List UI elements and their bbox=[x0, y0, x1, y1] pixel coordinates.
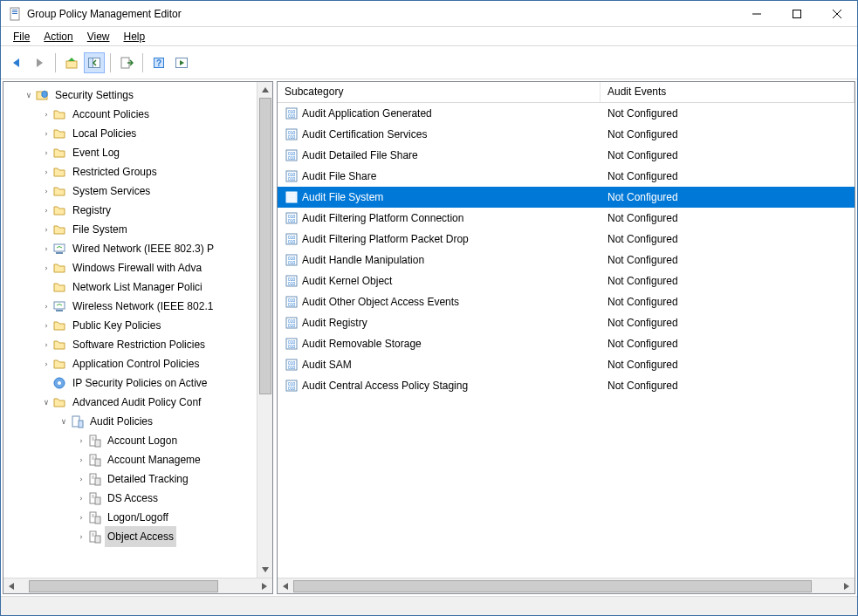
toolbar-run-button[interactable] bbox=[171, 52, 192, 73]
chevron-right-icon[interactable]: › bbox=[40, 354, 52, 373]
list-row[interactable]: 010010Audit RegistryNot Configured bbox=[278, 312, 855, 333]
tree-item[interactable]: ›Public Key Policies bbox=[5, 316, 257, 335]
list-rows[interactable]: 010010Audit Application GeneratedNot Con… bbox=[278, 103, 855, 578]
tree-item[interactable]: ›Account Manageme bbox=[5, 450, 257, 469]
tree-item[interactable]: ›DS Access bbox=[5, 489, 257, 508]
maximize-button[interactable] bbox=[777, 1, 817, 27]
tree-item[interactable]: ∨Audit Policies bbox=[5, 412, 257, 431]
list-row[interactable]: 010010Audit Handle ManipulationNot Confi… bbox=[278, 250, 855, 270]
toolbar-help-button[interactable]: ? bbox=[148, 52, 169, 73]
tree-item[interactable]: ›Local Policies bbox=[5, 124, 257, 143]
chevron-right-icon[interactable]: › bbox=[40, 220, 52, 239]
chevron-down-icon[interactable]: ∨ bbox=[58, 412, 70, 431]
tree-item[interactable]: ›Wireless Network (IEEE 802.1 bbox=[5, 297, 257, 316]
tree-item[interactable]: ›File System bbox=[5, 220, 257, 239]
chevron-down-icon[interactable]: ∨ bbox=[40, 393, 52, 412]
chevron-right-icon[interactable]: › bbox=[40, 201, 52, 220]
chevron-down-icon[interactable]: ∨ bbox=[23, 86, 35, 105]
scroll-left-arrow-icon[interactable] bbox=[278, 578, 293, 594]
list-row[interactable]: 010010Audit SAMNot Configured bbox=[278, 354, 855, 375]
toolbar-divider bbox=[110, 53, 111, 72]
chevron-right-icon[interactable]: › bbox=[40, 162, 52, 181]
tree-item[interactable]: ›Registry bbox=[5, 201, 257, 220]
chevron-right-icon[interactable]: › bbox=[40, 105, 52, 124]
tree-item[interactable]: ›Windows Firewall with Adva bbox=[5, 258, 257, 277]
list-row[interactable]: 010010Audit Filtering Platform Connectio… bbox=[278, 208, 855, 229]
tree-item[interactable]: ›Object Access bbox=[5, 527, 257, 546]
list-row[interactable]: 010010Audit Kernel ObjectNot Configured bbox=[278, 270, 855, 291]
minimize-button[interactable] bbox=[737, 1, 777, 27]
column-header-subcategory[interactable]: Subcategory bbox=[278, 82, 601, 102]
tree-vertical-scrollbar[interactable] bbox=[257, 82, 272, 578]
list-row[interactable]: 010010Audit Central Access Policy Stagin… bbox=[278, 375, 855, 396]
tree-item[interactable]: ›Event Log bbox=[5, 143, 257, 162]
scrollbar-thumb[interactable] bbox=[293, 580, 812, 592]
chevron-right-icon[interactable]: › bbox=[40, 124, 52, 143]
tree-item[interactable]: IP Security Policies on Active bbox=[5, 373, 257, 393]
scroll-right-arrow-icon[interactable] bbox=[839, 578, 855, 594]
menu-file[interactable]: File bbox=[6, 29, 37, 44]
toolbar-export-list-button[interactable] bbox=[116, 52, 137, 73]
subaudit-icon bbox=[87, 434, 101, 448]
toolbar-back-button[interactable] bbox=[6, 52, 27, 73]
list-row[interactable]: 010010Audit Detailed File ShareNot Confi… bbox=[278, 145, 855, 166]
tree-view[interactable]: ∨Security Settings›Account Policies›Loca… bbox=[3, 82, 257, 550]
list-row[interactable]: 010010Audit Removable StorageNot Configu… bbox=[278, 333, 855, 354]
chevron-right-icon[interactable]: › bbox=[40, 143, 52, 162]
toolbar-show-hide-tree-button[interactable] bbox=[84, 52, 105, 73]
tree-item[interactable]: ›Account Logon bbox=[5, 431, 257, 450]
scroll-left-arrow-icon[interactable] bbox=[3, 578, 19, 594]
tree-item[interactable]: ›Account Policies bbox=[5, 105, 257, 124]
tree-item-label: Account Manageme bbox=[105, 449, 203, 470]
subaudit-icon bbox=[87, 453, 101, 467]
menu-action[interactable]: Action bbox=[37, 29, 79, 44]
audit-events-cell: Not Configured bbox=[601, 275, 855, 287]
tree-item[interactable]: ›Software Restriction Policies bbox=[5, 335, 257, 354]
tree-item[interactable]: ∨Security Settings bbox=[5, 86, 257, 105]
list-row[interactable]: 010010Audit File SystemNot Configured bbox=[278, 187, 855, 208]
list-horizontal-scrollbar[interactable] bbox=[278, 578, 855, 593]
tree-item[interactable]: ›Wired Network (IEEE 802.3) P bbox=[5, 239, 257, 258]
chevron-right-icon[interactable]: › bbox=[75, 450, 87, 469]
scroll-right-arrow-icon[interactable] bbox=[257, 578, 272, 594]
list-row[interactable]: 010010Audit Application GeneratedNot Con… bbox=[278, 103, 855, 124]
scroll-up-arrow-icon[interactable] bbox=[257, 82, 272, 98]
scrollbar-thumb[interactable] bbox=[29, 580, 219, 592]
tree-item[interactable]: ∨Advanced Audit Policy Conf bbox=[5, 393, 257, 412]
menu-help[interactable]: Help bbox=[117, 29, 153, 44]
list-row[interactable]: 010010Audit Certification ServicesNot Co… bbox=[278, 124, 855, 145]
chevron-right-icon[interactable]: › bbox=[40, 335, 52, 354]
column-header-audit-events[interactable]: Audit Events bbox=[601, 82, 855, 102]
toolbar-forward-button[interactable] bbox=[29, 52, 50, 73]
chevron-right-icon[interactable]: › bbox=[75, 469, 87, 489]
toolbar-up-button[interactable] bbox=[61, 52, 82, 73]
tree-item-label: Wired Network (IEEE 802.3) P bbox=[70, 238, 216, 259]
tree-item[interactable]: ›Restricted Groups bbox=[5, 162, 257, 181]
tree-item[interactable]: ›System Services bbox=[5, 181, 257, 201]
menu-view[interactable]: View bbox=[80, 29, 117, 44]
subcategory-cell: Audit Central Access Policy Staging bbox=[302, 380, 468, 392]
chevron-right-icon[interactable]: › bbox=[40, 258, 52, 277]
chevron-right-icon[interactable]: › bbox=[75, 431, 87, 450]
scrollbar-thumb[interactable] bbox=[259, 98, 271, 394]
chevron-right-icon[interactable]: › bbox=[75, 508, 87, 527]
subaudit-icon bbox=[87, 491, 101, 505]
scroll-down-arrow-icon[interactable] bbox=[257, 562, 272, 578]
tree-item[interactable]: ›Application Control Policies bbox=[5, 354, 257, 373]
tree-item[interactable]: Network List Manager Polici bbox=[5, 277, 257, 297]
tree-item[interactable]: ›Detailed Tracking bbox=[5, 469, 257, 489]
list-row[interactable]: 010010Audit Filtering Platform Packet Dr… bbox=[278, 229, 855, 250]
tree-item[interactable]: ›Logon/Logoff bbox=[5, 508, 257, 527]
chevron-right-icon[interactable]: › bbox=[40, 316, 52, 335]
subcategory-cell: Audit Registry bbox=[302, 317, 367, 329]
list-row[interactable]: 010010Audit File ShareNot Configured bbox=[278, 166, 855, 187]
tree-horizontal-scrollbar[interactable] bbox=[3, 578, 272, 593]
chevron-right-icon[interactable]: › bbox=[40, 181, 52, 201]
close-button[interactable] bbox=[817, 1, 857, 27]
tree-pane: ∨Security Settings›Account Policies›Loca… bbox=[3, 81, 273, 594]
chevron-right-icon[interactable]: › bbox=[75, 489, 87, 508]
chevron-right-icon[interactable]: › bbox=[40, 239, 52, 258]
chevron-right-icon[interactable]: › bbox=[40, 297, 52, 316]
list-row[interactable]: 010010Audit Other Object Access EventsNo… bbox=[278, 291, 855, 312]
chevron-right-icon[interactable]: › bbox=[75, 527, 87, 546]
